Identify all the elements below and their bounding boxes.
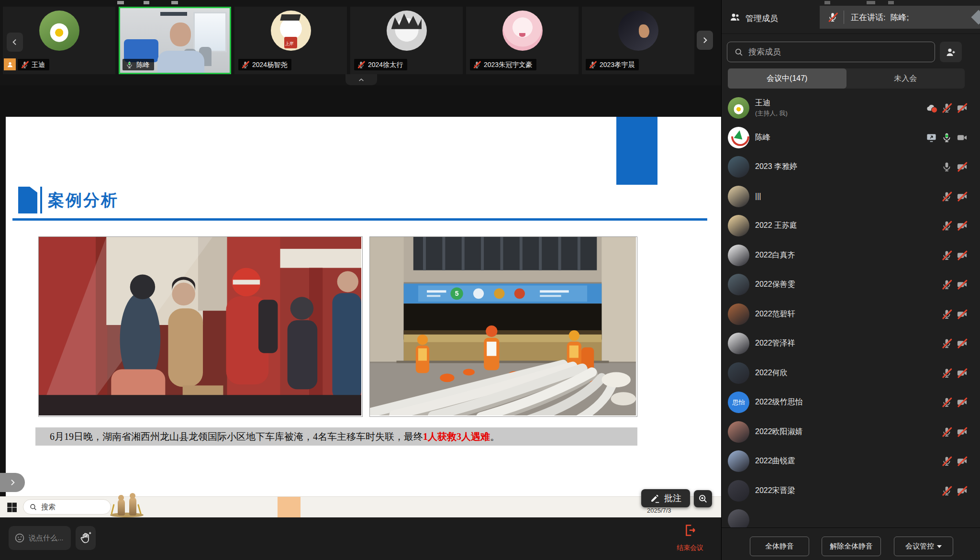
video-tile-2023孝宇晨[interactable]: 2023孝宇晨: [582, 7, 694, 74]
participant-name: 2023孝宇晨: [600, 60, 635, 69]
camera-off-icon[interactable]: [957, 102, 968, 113]
mic-muted-icon[interactable]: [941, 397, 952, 408]
mic-muted-icon: [827, 12, 838, 22]
mic-muted-icon[interactable]: [941, 456, 952, 467]
member-name: 2023 李雅婷: [755, 162, 941, 172]
window-edge-fragment: [117, 1, 124, 4]
strip-scroll-right-button[interactable]: [697, 31, 713, 50]
camera-off-icon[interactable]: [957, 368, 968, 379]
raise-hand-button[interactable]: [76, 526, 96, 550]
member-avatar: [728, 215, 749, 236]
strip-scroll-left-button[interactable]: [7, 33, 23, 52]
member-row[interactable]: 2022 王苏庭: [722, 211, 980, 241]
tab-in-meeting[interactable]: 会议中(147): [728, 68, 846, 89]
camera-off-icon[interactable]: [957, 456, 968, 467]
zoom-in-button[interactable]: [694, 490, 712, 507]
mic-icon[interactable]: [941, 161, 952, 172]
taskbar-date[interactable]: 2025/7/3: [647, 507, 671, 514]
chevron-up-icon: [357, 76, 365, 84]
member-row[interactable]: 2022何欣: [722, 358, 980, 388]
video-tile-2024杨智尧[interactable]: 上岸2024杨智尧: [234, 7, 347, 74]
member-avatar: [728, 303, 749, 325]
member-panel: 管理成员 搜索成员 会议中(147) 未入会 王迪(主持人, 我)陈峰2023 …: [721, 0, 980, 560]
camera-on-icon[interactable]: [957, 132, 968, 143]
mic-muted-icon[interactable]: [941, 191, 952, 202]
camera-off-icon[interactable]: [957, 191, 968, 202]
meerkat-figure: [129, 497, 136, 515]
member-row[interactable]: 陈峰: [722, 123, 980, 153]
member-name: 2022宋晋梁: [755, 486, 941, 496]
member-status-icons: [941, 485, 968, 496]
member-row[interactable]: 2022白真齐: [722, 241, 980, 270]
member-row[interactable]: 王迪(主持人, 我): [722, 93, 980, 123]
camera-off-icon[interactable]: [957, 338, 968, 349]
tab-not-joined[interactable]: 未入会: [846, 68, 965, 89]
mic-muted-icon[interactable]: [941, 250, 952, 261]
chevron-right-icon: [8, 478, 17, 487]
video-tile-2023朱冠宇文豪[interactable]: 2023朱冠宇文豪: [466, 7, 579, 74]
camera-off-icon[interactable]: [957, 309, 968, 320]
unmute-all-button[interactable]: 解除全体静音: [822, 537, 881, 556]
mic-muted-icon[interactable]: [941, 426, 952, 437]
camera-off-icon[interactable]: [957, 485, 968, 496]
slideshow-next-button[interactable]: [0, 473, 25, 492]
strip-collapse-button[interactable]: [345, 74, 377, 85]
member-row[interactable]: 2022欧阳淑婧: [722, 417, 980, 447]
member-row[interactable]: 2022管泽祥: [722, 329, 980, 358]
member-avatar: [728, 156, 749, 178]
mic-muted-icon[interactable]: [941, 309, 952, 320]
add-member-button[interactable]: [940, 42, 962, 62]
taskbar-search-placeholder: 搜索: [41, 503, 56, 512]
mic-muted-icon[interactable]: [941, 368, 952, 379]
screen-sharing-icon[interactable]: [926, 132, 937, 143]
mic-muted-icon: [589, 61, 597, 69]
member-row[interactable]: |||: [722, 182, 980, 212]
meeting-app-window: 王迪 陈峰上岸2024杨智尧2024徐太行2023朱冠宇文豪2023孝宇晨 案例…: [0, 0, 980, 560]
member-row[interactable]: 思怡2022级竹思怡: [722, 388, 980, 417]
mic-muted-icon[interactable]: [941, 485, 952, 496]
mute-all-button[interactable]: 全体静音: [750, 537, 809, 556]
cloud-recording-icon[interactable]: [926, 102, 937, 113]
mic-muted-icon: [473, 61, 481, 69]
camera-off-icon[interactable]: [957, 279, 968, 290]
member-name: 2022范碧轩: [755, 309, 941, 319]
mic-active-icon[interactable]: [941, 132, 952, 143]
member-row[interactable]: 2022曲锐霆: [722, 447, 980, 476]
member-status-icons: [941, 426, 968, 437]
camera-off-icon[interactable]: [957, 161, 968, 172]
camera-off-icon[interactable]: [957, 220, 968, 231]
member-search-input[interactable]: 搜索成员: [727, 42, 935, 62]
video-tile-陈峰[interactable]: 陈峰: [119, 7, 231, 74]
video-tile-2024徐太行[interactable]: 2024徐太行: [350, 7, 463, 74]
host-badge-icon: [4, 58, 16, 70]
member-row[interactable]: 2022宋晋梁: [722, 476, 980, 506]
start-button[interactable]: [6, 501, 18, 514]
member-row[interactable]: 2022保善雯: [722, 270, 980, 300]
mic-muted-icon[interactable]: [941, 220, 952, 231]
tile-name-label: 2024杨智尧: [238, 59, 291, 70]
slide-caption: 6月19日晚，湖南省湘西州龙山县龙领国际小区地下车库被淹，4名车主移车时失联，最…: [35, 427, 637, 446]
taskbar-search-box[interactable]: 搜索: [23, 499, 111, 515]
quick-chat-input[interactable]: 说点什么...: [9, 526, 71, 550]
member-status-icons: [941, 250, 968, 261]
member-search-placeholder: 搜索成员: [748, 46, 781, 57]
meeting-control-button[interactable]: 会议管控: [894, 537, 953, 556]
presentation-slide: 案例分析: [6, 117, 721, 496]
annotate-button[interactable]: 批注: [641, 489, 690, 507]
member-row[interactable]: 2023 李雅婷: [722, 152, 980, 182]
shared-screen-stage: 案例分析: [0, 85, 721, 496]
mic-muted-icon[interactable]: [941, 338, 952, 349]
mic-muted-icon[interactable]: [941, 279, 952, 290]
member-avatar: 思怡: [728, 392, 749, 413]
member-row[interactable]: 2022范碧轩: [722, 300, 980, 329]
caption-text: 6月19日晚，湖南省湘西州龙山县龙领国际小区地下车库被淹，4名车主移车时失联，最…: [50, 431, 423, 442]
end-meeting-button[interactable]: 结束会议: [666, 521, 714, 556]
camera-off-icon[interactable]: [957, 250, 968, 261]
mic-muted-icon[interactable]: [941, 102, 952, 113]
person-add-icon: [945, 46, 957, 58]
end-meeting-label: 结束会议: [677, 544, 703, 552]
tile-name-label: 2023朱冠宇文豪: [470, 59, 536, 70]
camera-off-icon[interactable]: [957, 426, 968, 437]
camera-off-icon[interactable]: [957, 397, 968, 408]
banner-divider: [844, 11, 844, 24]
